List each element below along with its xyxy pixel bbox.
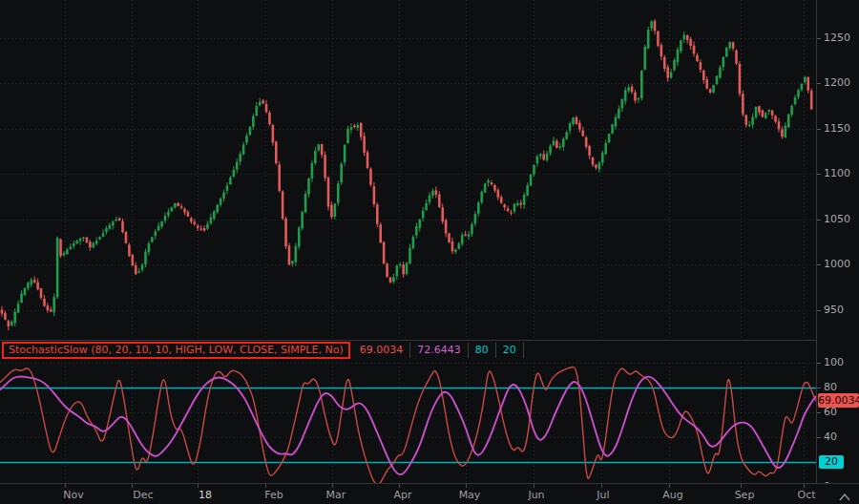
price-axis-tick: 1050 <box>824 213 850 225</box>
stochastic-k-axis-badge: 69.0034 <box>818 393 859 408</box>
time-axis-label[interactable]: Dec <box>133 489 153 501</box>
time-axis-label[interactable]: Oct <box>797 489 815 501</box>
time-axis-tickmark <box>65 484 66 488</box>
price-axis-tickmark <box>817 310 821 311</box>
time-axis-label[interactable]: Mar <box>326 489 346 501</box>
price-axis-tick: 1200 <box>824 76 850 89</box>
time-axis-label[interactable]: May <box>459 489 481 501</box>
time-axis[interactable]: NovDec18FebMarAprMayJunJulAugSepOct <box>0 483 859 504</box>
time-axis-tickmark <box>198 484 199 488</box>
upper-band-value: 80 <box>469 343 496 358</box>
price-axis-tick: 1250 <box>824 32 850 44</box>
time-axis-tickmark <box>534 484 534 488</box>
stoch-axis-tick: 100 <box>824 356 844 368</box>
time-axis-label[interactable]: Aug <box>662 489 682 501</box>
price-axis-tickmark <box>817 264 821 265</box>
lower-band-value: 20 <box>496 343 524 358</box>
price-axis-tickmark <box>817 129 821 130</box>
lower-band-axis-badge: 20 <box>819 455 844 469</box>
price-axis-tick: 950 <box>824 304 844 316</box>
time-axis-label[interactable]: 18 <box>199 489 212 501</box>
time-axis-label[interactable]: Nov <box>63 489 83 501</box>
stochastic-indicator-label[interactable]: StochasticSlow (80, 20, 10, 10, HIGH, LO… <box>2 342 350 359</box>
stochastic-pane-canvas[interactable] <box>0 359 816 483</box>
time-axis-tickmark <box>265 484 266 488</box>
time-axis-tickmark <box>132 484 133 488</box>
time-axis-tickmark <box>466 484 467 488</box>
time-axis-tickmark <box>399 484 400 488</box>
time-axis-label[interactable]: Apr <box>393 489 411 501</box>
trading-chart-window: StochasticSlow (80, 20, 10, 10, HIGH, LO… <box>0 0 859 504</box>
stoch-axis-tickmark <box>817 363 821 364</box>
time-axis-tickmark <box>669 484 670 488</box>
stoch-axis-tickmark <box>817 388 821 388</box>
price-axis-tickmark <box>817 220 821 220</box>
stoch-axis-tick: 40 <box>824 430 837 443</box>
chevron-up-icon[interactable] <box>838 488 851 497</box>
slow-k-value: 69.0034 <box>353 343 411 358</box>
stoch-axis-tick: 80 <box>824 381 837 393</box>
price-chart-canvas[interactable] <box>0 0 816 341</box>
price-axis-tick: 1000 <box>824 258 850 270</box>
price-axis-tick: 1100 <box>824 167 850 179</box>
time-axis-tickmark <box>601 484 602 488</box>
time-axis-tickmark <box>741 484 742 488</box>
time-axis-label[interactable]: Jun <box>528 489 544 501</box>
time-axis-tickmark <box>332 484 333 488</box>
stoch-axis-tickmark <box>817 437 821 438</box>
time-axis-label[interactable]: Sep <box>735 489 755 501</box>
slow-d-value: 72.6443 <box>410 343 469 358</box>
price-axis-tickmark <box>817 174 821 175</box>
time-axis-label[interactable]: Feb <box>264 489 283 501</box>
indicator-legend-row: StochasticSlow (80, 20, 10, 10, HIGH, LO… <box>0 340 816 360</box>
time-axis-label[interactable]: Jul <box>597 489 609 501</box>
price-axis-tickmark <box>817 83 821 84</box>
price-axis[interactable]: 69.0034 20 12501200115011001050100095010… <box>816 0 859 483</box>
price-axis-tickmark <box>817 38 821 39</box>
price-axis-tick: 1150 <box>824 122 850 135</box>
time-axis-tickmark <box>804 484 805 488</box>
stoch-axis-tickmark <box>817 412 821 413</box>
